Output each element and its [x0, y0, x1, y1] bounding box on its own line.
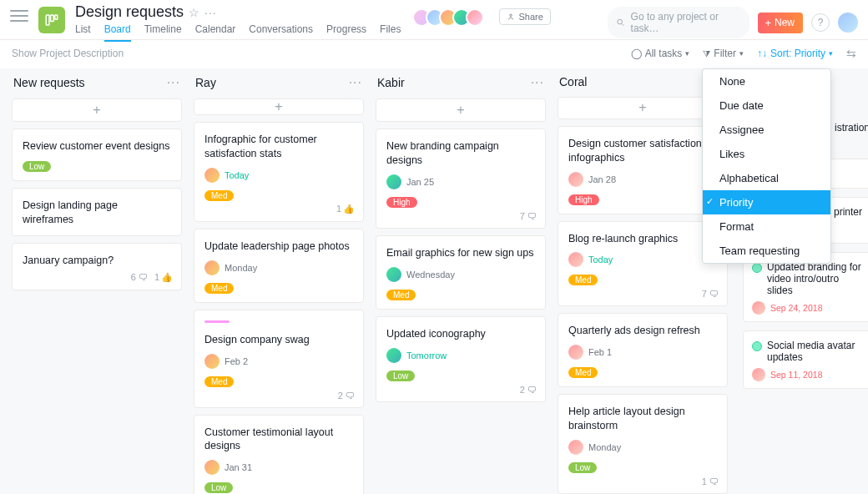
sort-dropdown: None Due date Assignee Likes Alphabetica…: [702, 68, 831, 264]
comment-count: 6 🗨: [131, 272, 148, 282]
task-card[interactable]: Email graphics for new sign ups Wednesda…: [376, 235, 546, 310]
task-card[interactable]: January campaign? 6 🗨 1 👍: [12, 243, 182, 290]
priority-tag: Low: [204, 482, 233, 493]
assignee-avatar: [568, 440, 583, 455]
assignee-avatar: [386, 174, 401, 189]
sort-option-format[interactable]: Format: [703, 214, 830, 239]
task-card[interactable]: Design company swag Feb 2 Med 2 🗨: [194, 310, 364, 408]
task-card[interactable]: Quarterly ads design refresh Feb 1 Med: [558, 313, 728, 387]
filter-button[interactable]: ⧩ Filter ▾: [703, 48, 744, 59]
task-card[interactable]: Updated iconography Tomorrow Low 2 🗨: [376, 316, 546, 402]
customize-icon[interactable]: ⇆: [846, 47, 856, 60]
due-date: Sep 24, 2018: [770, 303, 822, 313]
task-card[interactable]: Review customer event designs Low: [12, 129, 182, 181]
assignee-avatar: [204, 260, 220, 275]
task-card[interactable]: Customer testimonial layout designs Jan …: [194, 415, 364, 495]
top-bar: Design requests ☆ ··· List Board Timelin…: [0, 0, 868, 40]
task-title: Updated branding for video intro/outro s…: [767, 261, 865, 296]
assignee-avatar: [204, 460, 220, 475]
add-card-button[interactable]: +: [12, 98, 182, 122]
filter-all-tasks[interactable]: ◯ All tasks ▾: [631, 48, 690, 59]
assignee-avatar: [568, 172, 583, 187]
column-title: Ray: [195, 76, 216, 89]
add-card-button[interactable]: +: [194, 98, 364, 115]
column-ray: Ray··· + Infographic for customer satisf…: [194, 73, 364, 494]
task-card[interactable]: Infographic for customer satisfaction st…: [194, 122, 364, 222]
priority-tag: Low: [23, 161, 51, 172]
avatar[interactable]: [466, 8, 484, 27]
search-input[interactable]: Go to any project or task…: [608, 7, 749, 38]
sort-button[interactable]: ↑↓ Sort: Priority ▾: [757, 48, 833, 59]
sort-option-likes[interactable]: Likes: [703, 142, 830, 166]
column-menu-icon[interactable]: ···: [167, 75, 180, 90]
tab-list[interactable]: List: [75, 23, 91, 42]
task-title: Design company swag: [204, 333, 353, 347]
priority-tag: Med: [568, 275, 598, 285]
like-count: 1 👍: [154, 272, 173, 283]
share-button[interactable]: Share: [499, 8, 550, 25]
share-label: Share: [518, 12, 542, 22]
column-menu-icon[interactable]: ···: [349, 75, 362, 90]
due-date: Jan 28: [588, 174, 616, 184]
project-tag-bar: [204, 320, 230, 323]
priority-tag: Med: [204, 190, 234, 201]
new-button[interactable]: +New: [758, 13, 803, 33]
task-card[interactable]: Update leadership page photos Monday Med: [194, 229, 364, 303]
sort-option-assignee[interactable]: Assignee: [703, 118, 830, 142]
due-date: Monday: [225, 263, 257, 273]
project-icon: [38, 7, 65, 33]
sort-option-duedate[interactable]: Due date: [703, 93, 830, 118]
tab-conversations[interactable]: Conversations: [249, 23, 313, 42]
help-button[interactable]: ?: [811, 13, 830, 32]
task-card[interactable]: New branding campaign designs Jan 25 Hig…: [376, 129, 546, 229]
sort-option-team[interactable]: Team requesting: [703, 239, 830, 263]
task-card-completed[interactable]: Social media avatar updates Sep 11, 2018: [743, 330, 868, 389]
priority-tag: Med: [386, 290, 416, 300]
like-count: 1 👍: [336, 204, 355, 214]
task-title: Help article layout design brainstorm: [568, 405, 717, 433]
project-title: Design requests: [75, 3, 184, 21]
task-card[interactable]: Design landing page wireframes: [12, 188, 182, 236]
due-date: Today: [588, 255, 613, 265]
sort-option-priority[interactable]: Priority: [703, 190, 830, 214]
hamburger-icon[interactable]: [10, 7, 28, 25]
search-placeholder: Go to any project or task…: [631, 11, 742, 34]
task-title: Social media avatar updates: [767, 340, 865, 363]
sort-option-none[interactable]: None: [703, 69, 830, 93]
member-avatars[interactable]: [412, 8, 484, 27]
due-date: Wednesday: [406, 270, 455, 280]
assignee-avatar: [204, 354, 220, 369]
comment-count: 2 🗨: [520, 385, 537, 395]
due-date: Feb 2: [225, 356, 248, 366]
tab-progress[interactable]: Progress: [326, 23, 366, 42]
task-title: Updated iconography: [386, 327, 535, 341]
due-date: Jan 31: [225, 462, 252, 472]
column-title: Coral: [559, 75, 587, 88]
column-kabir: Kabir··· + New branding campaign designs…: [376, 73, 546, 494]
due-date: Feb 1: [588, 347, 612, 357]
view-tabs: List Board Timeline Calendar Conversatio…: [75, 23, 401, 42]
column-menu-icon[interactable]: ···: [531, 75, 544, 90]
column-title: New requests: [13, 76, 85, 89]
due-date: Jan 25: [406, 177, 434, 187]
tab-calendar[interactable]: Calendar: [195, 23, 236, 42]
tab-timeline[interactable]: Timeline: [144, 23, 182, 42]
comment-count: 1 🗨: [702, 476, 719, 486]
comment-count: 2 🗨: [338, 391, 355, 401]
due-date: Today: [225, 170, 249, 180]
sort-option-alphabetical[interactable]: Alphabetical: [703, 166, 830, 190]
star-icon[interactable]: ☆: [189, 6, 199, 19]
due-date: Tomorrow: [406, 350, 447, 360]
tab-files[interactable]: Files: [380, 23, 401, 42]
task-title: Update leadership page photos: [204, 239, 353, 254]
assignee-avatar: [386, 348, 401, 363]
show-description-link[interactable]: Show Project Description: [12, 48, 124, 59]
task-card[interactable]: Help article layout design brainstorm Mo…: [558, 394, 728, 494]
tab-board[interactable]: Board: [104, 23, 131, 42]
me-avatar[interactable]: [838, 13, 858, 33]
assignee-avatar: [752, 301, 765, 315]
task-title: New branding campaign designs: [386, 139, 535, 168]
add-card-button[interactable]: +: [376, 98, 546, 122]
assignee-avatar: [386, 267, 401, 282]
project-menu-icon[interactable]: ···: [204, 6, 217, 19]
